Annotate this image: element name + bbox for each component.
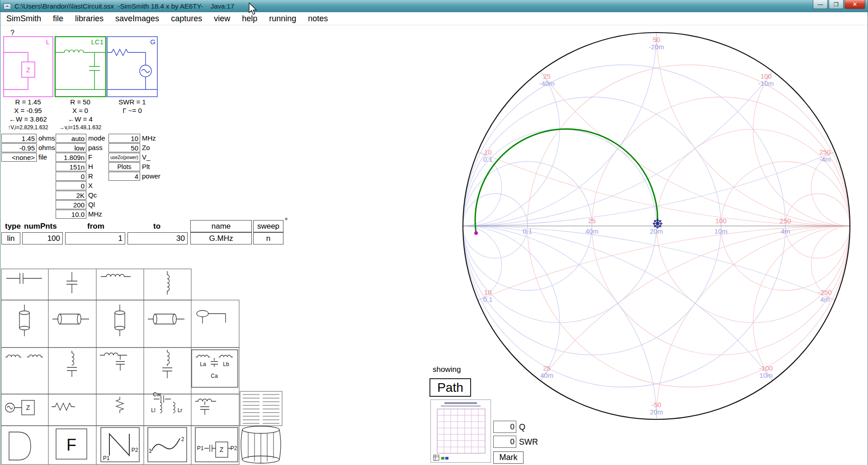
palette-lc-network[interactable]: [195, 399, 216, 415]
susceptance-label: 4m: [821, 296, 830, 303]
palette-resistor-bank[interactable]: [243, 395, 279, 423]
resistance-label: 100: [715, 217, 726, 225]
sweep-type-input[interactable]: [1, 232, 20, 244]
palette-barrel[interactable]: [241, 426, 281, 463]
palette-shunt-inductor[interactable]: [167, 271, 170, 295]
palette-shunt-series-lc[interactable]: [162, 350, 172, 378]
stat-line: X ≈ 0: [55, 106, 106, 115]
palette-shunt-lc[interactable]: [67, 351, 77, 377]
showing-label: showing: [433, 365, 461, 374]
palette-cw-label: Cw: [153, 391, 161, 398]
block-generator-label: G: [150, 38, 156, 46]
palette-n-port[interactable]: P1 P2: [101, 427, 139, 462]
menu-notes[interactable]: notes: [302, 13, 334, 24]
palette-ca-label: Ca: [211, 373, 218, 379]
usezo-button[interactable]: useZo(power): [108, 153, 140, 162]
load-file-input[interactable]: [1, 153, 37, 162]
mouse-cursor: [249, 3, 259, 17]
menu-saveimages[interactable]: saveImages: [109, 13, 165, 24]
palette-shunt-resistor[interactable]: [116, 397, 123, 413]
palette-transmission-line-2[interactable]: [148, 314, 184, 324]
lc1-ql-input[interactable]: [56, 200, 86, 209]
sweep-sweep-value[interactable]: n: [253, 232, 283, 244]
gen-power-input[interactable]: [108, 172, 140, 181]
susceptance-label: -4m: [819, 155, 831, 163]
lc1-mode-input[interactable]: [56, 134, 86, 143]
sweep-to-input[interactable]: [127, 232, 188, 244]
gen-plt-label: Plt: [142, 162, 150, 171]
load-file-label: file: [38, 153, 47, 162]
palette-shorted-stub[interactable]: [19, 305, 29, 336]
conductance-label: 0.1: [523, 227, 532, 235]
menu-view[interactable]: view: [208, 13, 236, 24]
palette-subcircuit[interactable]: Z P1 P2: [195, 427, 238, 462]
palette-balun[interactable]: [197, 310, 226, 324]
palette-series-resistor[interactable]: [52, 403, 75, 410]
reactance-label: 10: [484, 288, 492, 296]
lc1-x-input[interactable]: [56, 181, 86, 190]
palette-f-block[interactable]: F: [56, 429, 87, 459]
palette-open-stub[interactable]: [115, 305, 125, 336]
stat-line: X = -0.95: [3, 106, 53, 115]
lc1-qc-input[interactable]: [56, 191, 86, 200]
minimize-button[interactable]: —: [813, 0, 828, 9]
lc1-r-input[interactable]: [56, 172, 86, 181]
palette-d-block[interactable]: [9, 432, 31, 460]
smith-chart[interactable]: 100.125-40m50-20m100-10m250-4m100.12540m…: [462, 31, 851, 421]
gen-power-label: power: [142, 172, 160, 181]
mark-button[interactable]: Mark: [493, 451, 524, 464]
q-input[interactable]: [493, 421, 516, 433]
sweep-from-input[interactable]: [65, 232, 125, 244]
maximize-button[interactable]: ❐: [829, 0, 844, 9]
palette-lr-label: Lr: [178, 407, 183, 413]
gen-zo-input[interactable]: [108, 143, 140, 152]
palette-mutual-inductor[interactable]: La Lb Ca: [192, 350, 238, 387]
load-r-input[interactable]: [1, 134, 37, 143]
palette-generator-load[interactable]: Z: [5, 400, 34, 415]
palette-shunt-capacitor[interactable]: [66, 272, 77, 293]
load-point-marker[interactable]: [474, 231, 478, 235]
window-title: C:\Users\Brandon\\lastCircuit.ssx -SimSm…: [14, 2, 234, 10]
conductance-label: 40m: [585, 227, 599, 235]
palette-z-label: Z: [26, 404, 30, 411]
menu-captures[interactable]: captures: [165, 13, 208, 24]
palette-transformer[interactable]: Cw Ll Lr: [151, 391, 182, 413]
resistance-label: 25: [588, 217, 596, 225]
conductance-label: 10m: [714, 227, 727, 235]
lc1-f-input[interactable]: [56, 153, 86, 162]
lc1-mhz-input[interactable]: [56, 210, 86, 219]
block-generator[interactable]: G: [107, 37, 157, 97]
block-lc1-label: LC1: [91, 38, 104, 46]
gen-mhz-input[interactable]: [108, 134, 140, 143]
palette-transmission-line[interactable]: [52, 314, 89, 324]
palette-series-capacitor[interactable]: [6, 273, 42, 284]
block-lc1[interactable]: LC1: [55, 37, 106, 97]
palette-coupled-inductors[interactable]: [5, 355, 43, 357]
palette-la-label: La: [200, 361, 206, 367]
palette-series-inductor[interactable]: [101, 274, 131, 277]
lc1-pass-input[interactable]: [56, 143, 86, 152]
generator-marker[interactable]: [653, 219, 663, 229]
block-load[interactable]: L Z: [4, 37, 53, 97]
reactance-label: -250: [818, 288, 832, 296]
menu-file[interactable]: file: [47, 13, 69, 24]
sweep-numpnts-input[interactable]: [22, 232, 63, 244]
susceptance-label: 0.1: [483, 155, 493, 163]
palette-s-block[interactable]: 1 2: [148, 427, 187, 462]
stat-line: ↑V,i=2.829,1.632: [3, 123, 53, 132]
menu-running[interactable]: running: [263, 13, 302, 24]
lc1-r-label: R: [88, 172, 93, 181]
menu-simsmith[interactable]: SimSmith: [0, 13, 47, 24]
lc1-ql-label: Ql: [88, 200, 95, 209]
menu-libraries[interactable]: libraries: [69, 13, 109, 24]
plots-button[interactable]: Plots: [108, 162, 140, 171]
load-x-input[interactable]: [1, 143, 37, 152]
lc1-qc-label: Qc: [88, 191, 97, 200]
lc1-h-input[interactable]: [56, 162, 86, 171]
palette-series-l-shunt-c[interactable]: [100, 353, 127, 371]
sweep-name-value[interactable]: G.MHz: [190, 232, 252, 244]
close-button[interactable]: ✕: [844, 0, 865, 9]
titlebar: C:\Users\Brandon\\lastCircuit.ssx -SimSm…: [0, 0, 868, 12]
swr-input[interactable]: [493, 436, 516, 448]
susceptance-label: 20m: [650, 408, 663, 416]
